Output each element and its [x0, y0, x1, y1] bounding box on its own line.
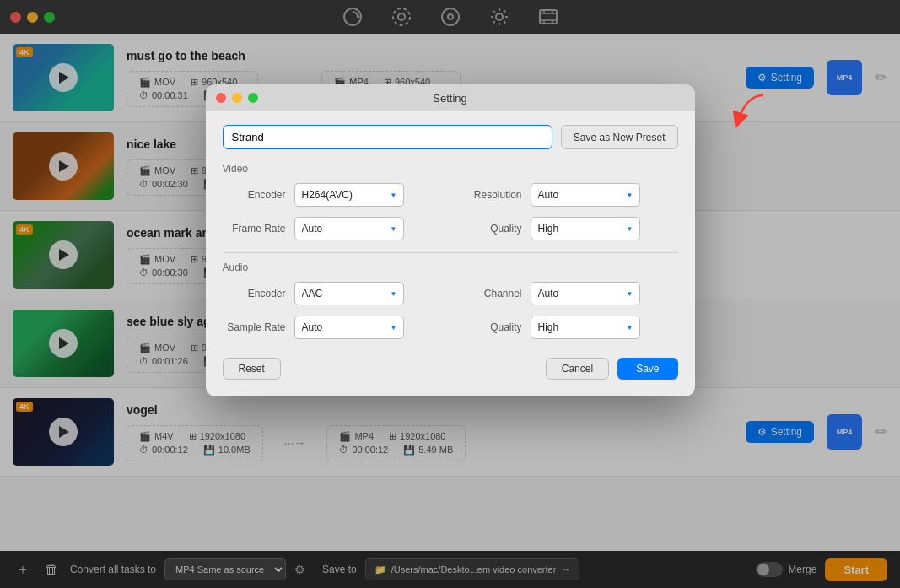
video-settings-grid: Encoder H264(AVC) H265(HEVC) MPEG-4 Reso… — [223, 183, 678, 240]
divider — [223, 252, 678, 253]
save-button[interactable]: Save — [617, 358, 677, 380]
audio-encoder-select-wrapper: AAC MP3 AC3 — [294, 282, 404, 305]
preset-input[interactable] — [223, 125, 552, 149]
video-quality-select-wrapper: High Medium Low — [531, 217, 640, 240]
video-encoder-select[interactable]: H264(AVC) H265(HEVC) MPEG-4 — [294, 183, 404, 207]
preset-row: Save as New Preset — [223, 125, 678, 149]
reset-button[interactable]: Reset — [223, 358, 281, 380]
audio-samplerate-row: Sample Rate Auto 44100 48000 — [223, 316, 442, 339]
audio-channel-select[interactable]: Auto Mono Stereo — [531, 282, 640, 305]
video-section-label: Video — [223, 163, 678, 175]
audio-quality-select-wrapper: High Medium Low — [531, 316, 640, 339]
modal-close-button[interactable] — [216, 93, 226, 103]
modal-window-controls — [216, 93, 258, 103]
save-preset-button[interactable]: Save as New Preset — [561, 125, 678, 149]
audio-channel-label: Channel — [459, 288, 522, 299]
footer-right: Cancel Save — [546, 358, 678, 380]
video-resolution-select-wrapper: Auto 1920x1080 1280x720 — [531, 183, 640, 207]
video-resolution-select[interactable]: Auto 1920x1080 1280x720 — [531, 183, 640, 207]
setting-modal: Setting Save as New Preset Video Encoder… — [206, 84, 695, 396]
video-encoder-label: Encoder — [223, 189, 286, 201]
modal-title: Setting — [433, 92, 466, 105]
cancel-button[interactable]: Cancel — [546, 358, 609, 380]
audio-section-label: Audio — [223, 262, 678, 273]
audio-encoder-select[interactable]: AAC MP3 AC3 — [294, 282, 404, 305]
video-quality-label: Quality — [459, 223, 522, 235]
audio-quality-label: Quality — [459, 321, 522, 333]
video-framerate-select[interactable]: Auto 30 60 — [294, 217, 404, 240]
audio-samplerate-select[interactable]: Auto 44100 48000 — [294, 316, 404, 339]
modal-body: Save as New Preset Video Encoder H264(AV… — [206, 111, 695, 396]
audio-settings-grid: Encoder AAC MP3 AC3 Channel Auto — [223, 282, 678, 339]
video-framerate-label: Frame Rate — [223, 223, 286, 235]
video-resolution-row: Resolution Auto 1920x1080 1280x720 — [459, 183, 678, 207]
video-encoder-row: Encoder H264(AVC) H265(HEVC) MPEG-4 — [223, 183, 442, 207]
video-quality-select[interactable]: High Medium Low — [531, 217, 640, 240]
video-framerate-select-wrapper: Auto 30 60 — [294, 217, 404, 240]
audio-encoder-row: Encoder AAC MP3 AC3 — [223, 282, 442, 305]
modal-min-button[interactable] — [232, 93, 242, 103]
audio-samplerate-select-wrapper: Auto 44100 48000 — [294, 316, 404, 339]
modal-titlebar: Setting — [206, 84, 695, 111]
audio-samplerate-label: Sample Rate — [223, 321, 286, 333]
audio-quality-row: Quality High Medium Low — [459, 316, 678, 339]
audio-channel-select-wrapper: Auto Mono Stereo — [531, 282, 640, 305]
video-encoder-select-wrapper: H264(AVC) H265(HEVC) MPEG-4 — [294, 183, 404, 207]
video-resolution-label: Resolution — [459, 189, 522, 201]
video-quality-row: Quality High Medium Low — [459, 217, 678, 240]
audio-channel-row: Channel Auto Mono Stereo — [459, 282, 678, 305]
audio-quality-select[interactable]: High Medium Low — [531, 316, 640, 339]
audio-encoder-label: Encoder — [223, 288, 286, 299]
modal-overlay: Setting Save as New Preset Video Encoder… — [0, 0, 900, 588]
modal-footer: Reset Cancel Save — [223, 351, 678, 380]
modal-max-button[interactable] — [248, 93, 258, 103]
video-framerate-row: Frame Rate Auto 30 60 — [223, 217, 442, 240]
